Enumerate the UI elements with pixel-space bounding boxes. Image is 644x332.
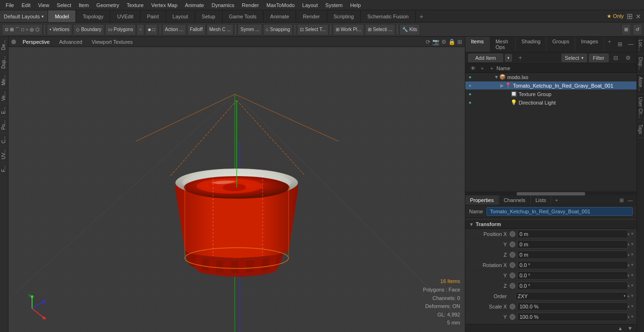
layout-tab-topology[interactable]: Topology [76, 10, 110, 22]
items-expand-icon[interactable]: ⊟ [611, 54, 621, 62]
select-t-btn[interactable]: ⊡ Select T... [297, 24, 329, 35]
tree-item-tomato[interactable]: ● ▶ 📍 Tomato_Ketchup_In_Red_Gravy_Boat_0… [465, 81, 636, 90]
items-tab[interactable]: Items [465, 37, 490, 52]
left-tab-f[interactable]: F... [0, 162, 8, 175]
items-close-icon[interactable]: — [625, 40, 636, 49]
images-tab[interactable]: Images [575, 37, 604, 52]
shading-tab[interactable]: Shading [516, 37, 546, 52]
menu-geometry[interactable]: Geometry [92, 1, 123, 9]
add-item-dropdown[interactable]: ▾ [505, 54, 512, 62]
tree-item-texture-group[interactable]: ● ▶ 🔲 Texture Group [465, 90, 636, 98]
vtab-loc[interactable]: Loc... [637, 37, 644, 54]
vp-reset-icon[interactable]: ⟳ [426, 39, 430, 45]
select-dropdown[interactable]: Select ▾ [561, 54, 587, 62]
pos-z-arrows[interactable]: ▲▼ [628, 252, 633, 257]
falloff-btn[interactable]: Falloff [187, 24, 206, 35]
layout-tab-animate[interactable]: Animate [264, 10, 296, 22]
left-tab-me[interactable]: Me... [0, 72, 8, 88]
vertices-btn[interactable]: • Vertices [47, 24, 72, 35]
rot-y-input-wrap[interactable]: 0.0 ° [517, 271, 628, 280]
tree-expand-arrow-1[interactable]: ▼ [494, 74, 499, 80]
kits-btn[interactable]: 🔧 Kits [399, 24, 420, 35]
layout-tab-model[interactable]: Model [48, 10, 76, 22]
menu-system[interactable]: System [322, 1, 347, 9]
vtab-disp[interactable]: Disp... [637, 54, 644, 73]
tree-eye-icon-4[interactable]: ● [465, 100, 475, 105]
close-icon[interactable]: ✕ [636, 13, 641, 20]
rot-x-input-wrap[interactable]: 0.0 ° [517, 261, 628, 269]
items-maximize-icon[interactable]: ⊞ [615, 40, 625, 49]
scale-y-input-wrap[interactable]: 100.0 % [517, 313, 628, 321]
menu-layout[interactable]: Layout [298, 1, 322, 9]
scale-x-input-wrap[interactable]: 100.0 % [517, 302, 628, 311]
layout-tab-paint[interactable]: Paint [140, 10, 166, 22]
pos-x-circle[interactable] [510, 231, 515, 237]
rot-y-circle[interactable] [510, 273, 515, 278]
order-arrows[interactable]: ▲▼ [628, 294, 633, 298]
layout-tab-schematic[interactable]: Schematic Fusion [361, 10, 415, 22]
vp-advanced-tab[interactable]: Advanced [56, 38, 85, 46]
props-tab-add-icon[interactable]: + [551, 195, 561, 205]
name-field-value[interactable]: Tomato_Ketchup_In_Red_Gravy_Boat_001 [487, 207, 633, 216]
vp-textures-tab[interactable]: Viewport Textures [89, 38, 135, 46]
rot-y-arrows[interactable]: ▲▼ [628, 273, 633, 277]
props-maximize-icon[interactable]: ⊞ [618, 196, 626, 204]
rot-z-arrows[interactable]: ▲▼ [628, 283, 633, 288]
left-tab-po[interactable]: Po... [0, 117, 8, 133]
pos-y-input-wrap[interactable]: 0 m [517, 240, 628, 249]
rot-z-input-wrap[interactable]: 0.0 ° [517, 282, 628, 290]
pos-x-input-wrap[interactable]: 0 m [517, 230, 628, 238]
props-scroll-up-icon[interactable]: ▲ [616, 325, 625, 331]
pos-z-input-wrap[interactable]: 0 m [517, 251, 628, 259]
left-tab-de[interactable]: De... [0, 37, 8, 53]
menu-item[interactable]: Item [75, 1, 92, 9]
viewport-canvas[interactable]: 16 Items Polygons : Face Channels: 0 Def… [8, 47, 465, 332]
items-tab-add-icon[interactable]: + [604, 37, 615, 52]
rot-z-circle[interactable] [510, 283, 515, 289]
layout-tab-uvedit[interactable]: UVEdit [110, 10, 140, 22]
scale-x-arrows[interactable]: ▲▼ [628, 304, 633, 308]
vtab-userch[interactable]: User Ch... [637, 94, 644, 121]
symm-btn[interactable]: Symm ... [238, 24, 262, 35]
maximize-icon[interactable]: ⊞ [627, 12, 633, 21]
work-pl-btn[interactable]: ⊞ Work Pl... [333, 24, 364, 35]
items-scrollbar[interactable] [465, 192, 636, 195]
layout-dropdown[interactable]: Default Layouts ▾ [0, 10, 48, 22]
layout-tab-scripting[interactable]: Scripting [327, 10, 361, 22]
solid-btn[interactable]: ■ □ [145, 24, 158, 35]
vp-expand-icon[interactable]: ⊞ [457, 39, 462, 45]
mesh-ops-tab[interactable]: Mesh Ops [490, 37, 516, 52]
pos-y-circle[interactable] [510, 242, 515, 247]
pos-z-circle[interactable] [510, 252, 515, 258]
tree-expand-arrow-2[interactable]: ▶ [499, 83, 505, 88]
layout-tab-add-icon[interactable]: + [416, 13, 427, 20]
mesh-c-btn[interactable]: Mesh C ... [206, 24, 234, 35]
viewport[interactable]: Perspective Advanced Viewport Textures ⟳… [8, 37, 465, 332]
toolbar-reset-btn[interactable]: ↺ [633, 24, 642, 35]
menu-help[interactable]: Help [347, 1, 365, 9]
props-minimize-icon[interactable]: — [626, 196, 635, 204]
order-dropdown[interactable]: ZXY ▾ [515, 292, 628, 300]
properties-tab[interactable]: Properties [465, 195, 499, 205]
channels-tab[interactable]: Channels [499, 195, 530, 205]
mesh-display-btn[interactable]: ▫ [137, 24, 144, 35]
tree-eye-icon-3[interactable]: ● [465, 91, 475, 97]
toolbar-expand-btn[interactable]: ⊞ [621, 24, 631, 35]
vp-settings-icon[interactable]: ⚙ [441, 39, 446, 45]
toolbar-perspective-btn[interactable]: ⊙ ⊞ ⌒ □ ○ ◎ ⬡ [2, 24, 42, 35]
transform-section-header[interactable]: ▼ Transform [465, 220, 636, 229]
menu-dynamics[interactable]: Dynamics [208, 1, 238, 9]
menu-vertex-map[interactable]: Vertex Map [148, 1, 182, 9]
vp-perspective-tab[interactable]: Perspective [20, 38, 52, 46]
left-tab-c[interactable]: C... [0, 133, 8, 146]
add-item-button[interactable]: Add Item [468, 54, 503, 62]
left-tab-ve[interactable]: Ve... [0, 88, 8, 104]
menu-file[interactable]: File [2, 1, 18, 9]
selecti-btn[interactable]: ⊞ Selecti ... [365, 24, 395, 35]
tree-eye-icon-2[interactable]: ● [465, 83, 475, 88]
boundary-btn[interactable]: ◇ Boundary [73, 24, 104, 35]
left-tab-uv[interactable]: UV... [0, 146, 8, 162]
rot-x-arrows[interactable]: ▲▼ [628, 263, 633, 267]
tree-item-directional-light[interactable]: ● ▶ 💡 Directional Light [465, 98, 636, 107]
items-plus-icon[interactable]: + [516, 54, 525, 62]
